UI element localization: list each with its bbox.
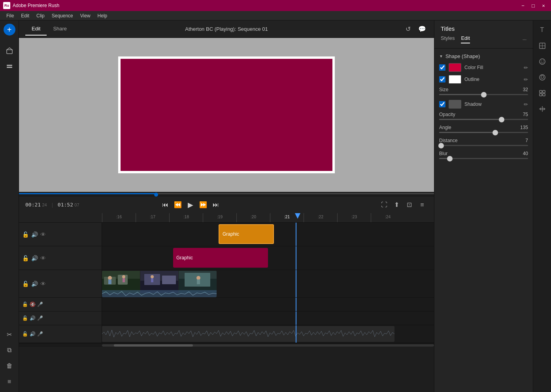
size-slider-track[interactable] [439,94,528,95]
track-audio-icon-2[interactable]: 🔊 [31,255,38,261]
far-right-grid-icon[interactable] [536,87,549,99]
tick-24: :24 [371,213,404,222]
svg-rect-16 [151,278,153,282]
close-button[interactable]: × [539,1,548,10]
progress-bar[interactable] [19,192,434,196]
minimize-button[interactable]: − [519,1,527,10]
track-visibility-icon-1[interactable]: 👁 [40,231,46,238]
panel-tabs: Styles Edit ··· [441,35,526,43]
sidebar-home-icon[interactable] [2,43,17,58]
opacity-slider-handle[interactable] [499,117,504,122]
track-audio-icon-1[interactable]: 🔊 [31,231,38,238]
far-right-text-icon[interactable]: T [536,24,549,36]
undo-icon[interactable]: ↺ [402,24,413,35]
track-content-1: Graphic [102,223,434,246]
opacity-slider-track[interactable] [439,119,528,120]
panel-more-icon[interactable]: ··· [523,37,526,42]
color-fill-edit-icon[interactable]: ✏ [524,65,528,71]
menu-help[interactable]: Help [94,12,111,19]
sidebar-layers-icon[interactable] [2,59,17,73]
tab-share[interactable]: Share [47,23,73,36]
shadow-swatch[interactable] [449,100,461,109]
track-lock-icon-3[interactable]: 🔓 [22,281,29,287]
distance-label: Distance [439,138,458,143]
track-lock-icon-4[interactable]: 🔓 [22,302,28,307]
crop-icon[interactable]: ⊡ [404,199,415,210]
sidebar-list-icon[interactable]: ≡ [2,375,17,389]
distance-slider-track[interactable] [439,145,528,146]
tick-16: :16 [102,213,136,222]
skip-to-start-button[interactable]: ⏮ [160,199,171,210]
track-lock-icon-5[interactable]: 🔓 [22,315,28,321]
svg-rect-10 [123,278,125,282]
sidebar-cut-icon[interactable]: ✂ [2,327,17,341]
fullscreen-icon[interactable]: ⛶ [379,199,390,210]
far-right-face-icon[interactable] [536,55,549,68]
maximize-button[interactable]: □ [529,1,538,10]
outline-checkbox[interactable] [439,76,445,83]
track-mic-icon-6[interactable]: 🎤 [37,331,43,337]
tab-styles[interactable]: Styles [441,35,455,43]
tab-edit[interactable]: Edit [25,23,47,36]
add-button[interactable]: + [4,24,15,36]
track-audio-icon-5[interactable]: 🔊 [30,315,36,321]
angle-slider-handle[interactable] [493,130,498,135]
outline-edit-icon[interactable]: ✏ [524,77,528,83]
step-back-button[interactable]: ⏪ [172,199,183,210]
size-slider-handle[interactable] [481,92,487,98]
blur-slider-handle[interactable] [447,156,453,161]
sidebar-trash-icon[interactable]: 🗑 [2,359,17,373]
tab-edit[interactable]: Edit [461,35,470,43]
play-button[interactable]: ▶ [185,199,196,210]
distance-slider-header: Distance 7 [439,138,528,143]
svg-point-27 [543,61,543,62]
far-right-transform-icon[interactable] [536,103,549,115]
track-lock-icon-2[interactable]: 🔓 [22,255,29,261]
progress-handle[interactable] [154,193,158,197]
shadow-checkbox[interactable] [439,101,445,107]
video-clip[interactable] [102,271,217,293]
timeline-ruler: :16 :17 :18 :19 :20 :21 :22 :23 :24 [19,213,434,223]
clip-graphic-2[interactable]: Graphic [173,248,268,268]
track-mute-icon-4[interactable]: 🔇 [30,302,36,307]
menu-sequence[interactable]: Sequence [49,12,76,19]
far-right-audio-icon[interactable] [536,71,549,84]
timeline-area: :16 :17 :18 :19 :20 :21 :22 :23 :24 🔓 [19,213,434,343]
track-content-4 [102,298,434,311]
outline-swatch[interactable] [449,75,461,84]
menu-file[interactable]: File [3,12,17,19]
angle-slider-track[interactable] [439,132,528,133]
timeline-scrollbar[interactable] [19,343,434,347]
track-mic-icon-5[interactable]: 🎤 [37,315,43,321]
opacity-slider-row: Opacity 75 [439,112,528,120]
track-audio-icon-3[interactable]: 🔊 [31,281,38,287]
outline-label: Outline [464,77,521,82]
color-fill-checkbox[interactable] [439,64,445,71]
svg-point-15 [151,275,154,278]
more-icon[interactable]: ≡ [417,199,428,210]
menu-edit[interactable]: Edit [18,12,32,19]
export-icon[interactable]: ⬆ [391,199,402,210]
skip-to-end-button[interactable]: ⏭ [210,199,221,210]
svg-point-9 [122,275,125,278]
track-visibility-icon-3[interactable]: 👁 [40,281,46,287]
far-right-crop-icon[interactable] [536,39,549,52]
track-mic-icon-4[interactable]: 🎤 [37,302,43,307]
sidebar-copy-icon[interactable]: ⧉ [2,343,17,357]
panel-body: ▼ Shape (Shape) Color Fill ✏ Outline ✏ [434,49,533,392]
track-lock-icon-1[interactable]: 🔓 [22,231,29,238]
svg-rect-30 [543,90,545,93]
color-fill-swatch[interactable] [449,63,461,72]
track-visibility-icon-2[interactable]: 👁 [40,255,46,261]
comment-icon[interactable]: 💬 [417,24,428,35]
clip-graphic-1[interactable]: Graphic [219,224,274,244]
section-collapse-icon[interactable]: ▼ [439,54,443,58]
shadow-edit-icon[interactable]: ✏ [524,101,528,107]
track-audio-icon-6[interactable]: 🔊 [30,331,36,337]
blur-slider-track[interactable] [439,158,528,159]
step-forward-button[interactable]: ⏩ [198,199,209,210]
menu-view[interactable]: View [77,12,94,19]
menu-clip[interactable]: Clip [33,12,48,19]
distance-slider-handle[interactable] [438,143,444,148]
track-lock-icon-6[interactable]: 🔓 [22,331,28,337]
